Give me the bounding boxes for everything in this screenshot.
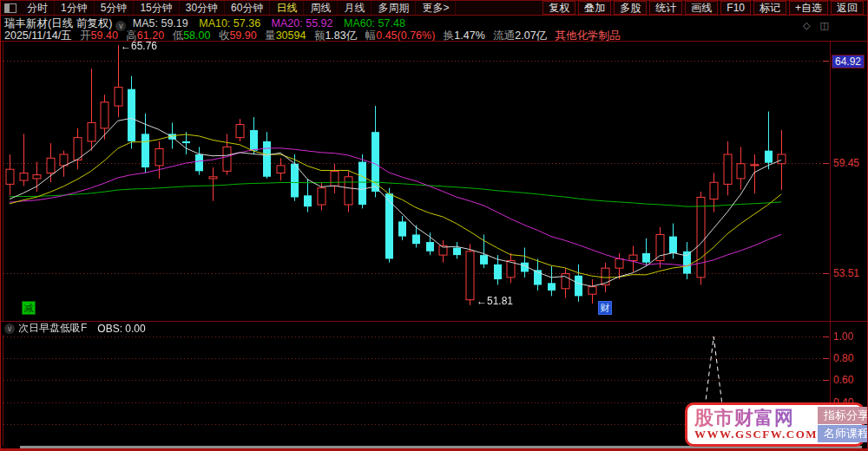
open-value: 59.40 [91, 29, 118, 42]
axis-label-5351: 53.51 [833, 267, 859, 279]
main-chart-canvas[interactable] [1, 42, 831, 321]
watermark-badge-teacher-course: 名师课程 [818, 425, 868, 442]
mark-button[interactable]: 标记 [753, 1, 786, 15]
axis-label-5945: 59.45 [833, 157, 859, 169]
volume-label: 量 [265, 29, 276, 42]
window-layout-icon[interactable] [4, 3, 16, 13]
top-toolbar: 分时 1分钟 5分钟 15分钟 30分钟 60分钟 日线 周线 月线 多周期 更… [1, 0, 867, 16]
period-tab-30min[interactable]: 30分钟 [180, 1, 225, 15]
volume-value: 30594 [276, 29, 306, 42]
multi-stock-button[interactable]: 多股 [614, 1, 647, 15]
amount-value: 1.83亿 [325, 29, 357, 42]
period-tab-daily-active[interactable]: 日线 [270, 1, 304, 15]
stock-title: 瑞丰新材(日线 前复权) [4, 17, 112, 29]
period-tab-more[interactable]: 更多> [416, 1, 456, 15]
share-reduction-marker[interactable]: 减 [22, 301, 36, 315]
change-label: 幅 [365, 29, 377, 42]
period-tab-1min[interactable]: 1分钟 [55, 1, 95, 15]
financial-report-marker[interactable]: 财 [598, 301, 612, 315]
back-button[interactable]: 返回 [831, 1, 864, 15]
period-tab-60min[interactable]: 60分钟 [225, 1, 270, 15]
low-value: 58.00 [183, 29, 210, 42]
high-price-annotation: ←65.76 [121, 40, 157, 52]
add-watchlist-button[interactable]: +自选 [789, 1, 828, 15]
indicator-chevron-icon[interactable]: ∨ [4, 324, 15, 334]
close-value: 59.90 [229, 29, 256, 42]
low-label: 低 [173, 29, 184, 42]
ma5-value: MA5: 59.19 [133, 17, 188, 29]
statistics-button[interactable]: 统计 [649, 1, 682, 15]
overlay-button[interactable]: 叠加 [578, 1, 611, 15]
watermark-badge-indicator-share: 指标分享 [818, 407, 868, 424]
low-price-annotation: ←51.81 [477, 295, 513, 307]
watermark-url: WWW.GSCFW.COM [694, 428, 818, 441]
turnover-label: 换 [444, 29, 455, 42]
float-label: 流通 [493, 29, 515, 42]
change-value: 0.45(0.76%) [376, 29, 435, 42]
fuquan-button[interactable]: 复权 [542, 1, 575, 15]
chart-corner-icons[interactable]: ◇ ◫ [803, 20, 832, 31]
indicator-header: ∨ 次日早盘低吸F OBS: 0.00 [1, 322, 867, 335]
period-tab-monthly[interactable]: 月线 [338, 1, 372, 15]
trade-date: 2025/11/14/五 [4, 29, 72, 42]
turnover-value: 1.47% [454, 29, 484, 42]
ma60-value: MA60: 57.48 [344, 17, 405, 29]
ma10-value: MA10: 57.36 [199, 17, 260, 29]
watermark-title: 股市财富网 [694, 409, 818, 428]
sub-axis-100: 1.00 [833, 330, 853, 343]
stock-app-window: 分时 1分钟 5分钟 15分钟 30分钟 60分钟 日线 周线 月线 多周期 更… [0, 0, 868, 451]
period-tab-5min[interactable]: 5分钟 [95, 1, 135, 15]
period-tab-fenshi[interactable]: 分时 [21, 1, 55, 15]
open-label: 开 [80, 29, 91, 42]
period-tab-multi[interactable]: 多周期 [372, 1, 416, 15]
period-tab-weekly[interactable]: 周线 [304, 1, 338, 15]
f10-button[interactable]: F10 [720, 1, 751, 15]
amount-label: 额 [314, 29, 326, 42]
float-value: 2.07亿 [515, 29, 547, 42]
toolbar-right-group: 复权 叠加 多股 统计 画线 F10 标记 +自选 返回 [540, 1, 867, 15]
ma20-value: MA20: 55.92 [272, 17, 333, 29]
close-label: 收 [219, 29, 230, 42]
sub-axis-060: 0.60 [833, 374, 853, 386]
indicator-name[interactable]: 次日早盘低吸F [18, 321, 87, 336]
sub-axis-080: 0.80 [833, 352, 853, 364]
indicator-obs-value: OBS: 0.00 [97, 323, 145, 335]
sector-link[interactable]: 其他化学制品 [556, 29, 621, 42]
watermark-box: 股市财富网 WWW.GSCFW.COM 指标分享 名师课程 [685, 402, 865, 447]
price-axis-line [830, 42, 831, 446]
draw-line-button[interactable]: 画线 [685, 1, 718, 15]
period-tab-15min[interactable]: 15分钟 [134, 1, 179, 15]
axis-label-6492: 64.92 [832, 55, 865, 69]
